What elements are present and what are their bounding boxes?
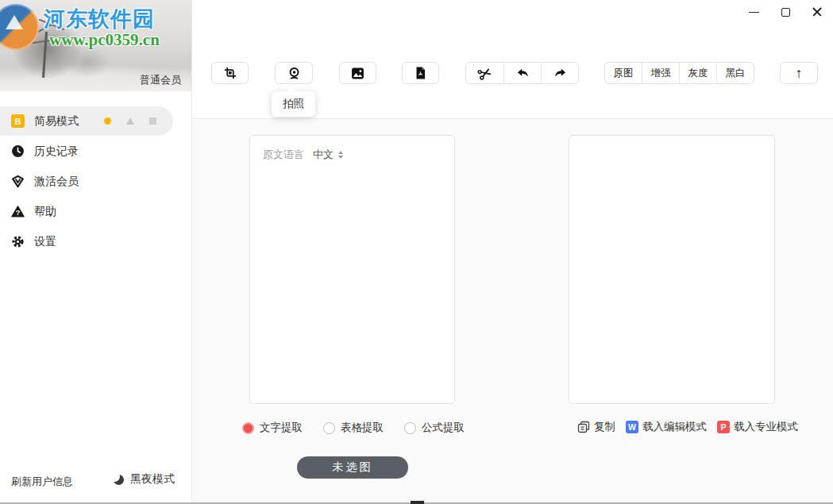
radio-unselected-icon (404, 422, 416, 434)
simple-mode-icon: B (11, 114, 25, 128)
help-icon: ? (11, 205, 25, 218)
undo-icon (516, 67, 530, 80)
app-window: 河东软件园 www.pc0359.cn 普通会员 B 简易模式 历史记录 激活会… (0, 0, 833, 504)
tooltip-text: 拍照 (283, 97, 304, 111)
close-icon (812, 6, 823, 17)
filter-enhance-button[interactable]: 增强 (642, 63, 680, 83)
watermark-site-name: 河东软件园 (44, 5, 155, 33)
refresh-user-info[interactable]: 刷新用户信息 (11, 475, 73, 489)
upload-button[interactable]: ↑ (780, 62, 818, 84)
extract-mode-group: 文字提取 表格提取 公式提取 (242, 421, 465, 435)
radio-selected-icon (242, 422, 254, 434)
square-indicator-icon (149, 117, 156, 125)
bottom-resize-hint (411, 501, 424, 504)
language-label: 原文语言 (263, 148, 304, 162)
mode-indicators (104, 117, 156, 125)
sidebar-item-simple-mode[interactable]: B 简易模式 (0, 106, 173, 136)
close-button[interactable] (801, 0, 833, 24)
moon-icon (113, 474, 125, 486)
load-pro-mode-button[interactable]: P 载入专业模式 (717, 420, 798, 434)
result-panel (569, 135, 775, 404)
maximize-icon (781, 8, 790, 17)
filter-button-group: 原图 增强 灰度 黑白 (604, 62, 754, 84)
dot-indicator-icon (104, 117, 111, 125)
language-selector[interactable]: 原文语言 中文 (263, 148, 454, 162)
minimize-button[interactable] (738, 0, 769, 24)
no-image-selected-button[interactable]: 未选图 (297, 456, 408, 479)
cut-button[interactable] (466, 63, 504, 83)
copy-icon (577, 421, 590, 434)
sidebar-item-settings[interactable]: 设置 (0, 227, 173, 256)
radio-table-extract[interactable]: 表格提取 (323, 421, 384, 435)
filter-bw-button[interactable]: 黑白 (717, 63, 754, 83)
gem-icon (11, 175, 25, 188)
undo-button[interactable] (504, 63, 542, 83)
webcam-icon (287, 67, 301, 80)
pdf-file-icon (414, 67, 427, 80)
sidebar-item-label: 帮助 (34, 205, 56, 219)
radio-formula-extract[interactable]: 公式提取 (404, 421, 465, 435)
dark-mode-toggle[interactable]: 黑夜模式 (113, 472, 175, 487)
triangle-indicator-icon (126, 117, 134, 125)
crop-button[interactable] (211, 62, 249, 84)
load-edit-mode-button[interactable]: W 载入编辑模式 (626, 420, 707, 434)
gear-icon (11, 235, 25, 248)
chevron-updown-icon (338, 151, 343, 159)
scissors-icon (478, 67, 492, 80)
sidebar-item-label: 设置 (34, 235, 56, 249)
source-image-panel: 原文语言 中文 (249, 135, 455, 404)
sidebar-item-label: 激活会员 (34, 175, 79, 189)
radio-unselected-icon (323, 422, 335, 434)
word-icon: W (626, 421, 638, 433)
dark-mode-label: 黑夜模式 (130, 472, 175, 487)
redo-button[interactable] (542, 63, 578, 83)
filter-grayscale-button[interactable]: 灰度 (680, 63, 717, 83)
titlebar-controls (738, 0, 833, 24)
crop-icon (223, 67, 237, 80)
sidebar-item-help[interactable]: ? 帮助 (0, 197, 173, 226)
radio-text-extract[interactable]: 文字提取 (242, 421, 303, 435)
camera-button[interactable] (275, 62, 313, 84)
copy-button[interactable]: 复制 (577, 420, 615, 434)
filter-original-button[interactable]: 原图 (605, 63, 642, 83)
membership-level: 普通会员 (140, 73, 181, 87)
watermark-site-url: www.pc0359.cn (49, 30, 160, 50)
sidebar-item-history[interactable]: 历史记录 (0, 137, 173, 166)
sidebar-item-activate-vip[interactable]: 激活会员 (0, 167, 173, 196)
open-image-button[interactable] (339, 62, 376, 84)
maximize-button[interactable] (769, 0, 801, 24)
language-value: 中文 (313, 148, 334, 162)
sidebar-item-label: 历史记录 (34, 144, 79, 159)
redo-icon (553, 67, 567, 80)
image-icon (351, 67, 364, 80)
result-actions: 复制 W 载入编辑模式 P 载入专业模式 (577, 420, 798, 434)
open-pdf-button[interactable] (402, 62, 439, 84)
up-arrow-icon: ↑ (796, 66, 803, 80)
camera-tooltip: 拍照 (272, 91, 315, 117)
edit-button-group (465, 62, 579, 84)
header-watermark-image: 河东软件园 www.pc0359.cn 普通会员 (0, 0, 191, 91)
minimize-icon (749, 12, 759, 13)
sidebar-item-label: 简易模式 (34, 114, 79, 129)
ppt-icon: P (717, 421, 730, 433)
svg-text:?: ? (16, 209, 21, 217)
clock-icon (11, 144, 25, 158)
